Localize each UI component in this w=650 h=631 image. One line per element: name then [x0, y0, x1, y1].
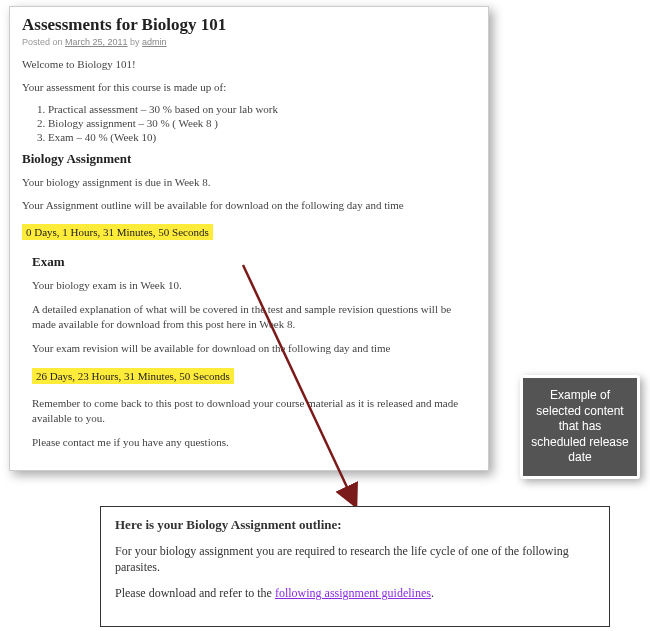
section-heading-exam: Exam [32, 254, 476, 270]
post-author-link[interactable]: admin [142, 37, 167, 47]
body-text: Your biology assignment is due in Week 8… [22, 175, 476, 190]
outline-suffix: . [431, 586, 434, 600]
body-text: Remember to come back to this post to do… [32, 396, 476, 427]
assignment-guidelines-link[interactable]: following assignment guidelines [275, 586, 431, 600]
section-heading-biology-assignment: Biology Assignment [22, 151, 476, 167]
body-text: Your Assignment outline will be availabl… [22, 198, 476, 213]
welcome-text: Welcome to Biology 101! [22, 57, 476, 72]
countdown-highlight-1: 0 Days, 1 Hours, 31 Minutes, 50 Seconds [22, 224, 213, 240]
body-text: A detailed explanation of what will be c… [32, 302, 476, 333]
outline-download-line: Please download and refer to the followi… [115, 585, 595, 601]
body-text: Please contact me if you have any questi… [32, 435, 476, 450]
countdown-highlight-2: 26 Days, 23 Hours, 31 Minutes, 50 Second… [32, 368, 234, 384]
meta-by: by [128, 37, 143, 47]
outline-title: Here is your Biology Assignment outline: [115, 517, 595, 533]
list-item: Biology assignment – 30 % ( Week 8 ) [48, 117, 476, 129]
assignment-outline-box: Here is your Biology Assignment outline:… [100, 506, 610, 627]
outline-prefix: Please download and refer to the [115, 586, 275, 600]
post-date-link[interactable]: March 25, 2011 [65, 37, 128, 47]
post-meta: Posted on March 25, 2011 by admin [22, 37, 476, 47]
body-text: Your biology exam is in Week 10. [32, 278, 476, 293]
post-title: Assessments for Biology 101 [22, 15, 476, 35]
meta-prefix: Posted on [22, 37, 65, 47]
post-container: Assessments for Biology 101 Posted on Ma… [9, 6, 489, 471]
intro-text: Your assessment for this course is made … [22, 80, 476, 95]
callout-box: Example of selected content that has sch… [520, 375, 640, 479]
outline-body: For your biology assignment you are requ… [115, 543, 595, 575]
list-item: Practical assessment – 30 % based on you… [48, 103, 476, 115]
list-item: Exam – 40 % (Week 10) [48, 131, 476, 143]
body-text: Your exam revision will be available for… [32, 341, 476, 356]
assessment-list: Practical assessment – 30 % based on you… [48, 103, 476, 143]
